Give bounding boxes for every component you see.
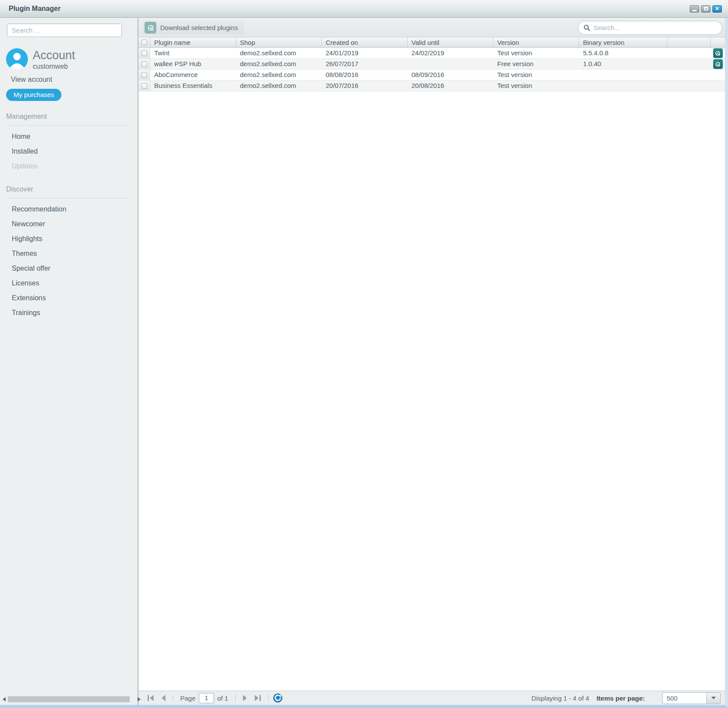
sidebar-item-recommendation[interactable]: Recommendation [0, 202, 138, 217]
sidebar-item-newcomer[interactable]: Newcomer [0, 217, 138, 232]
download-icon [145, 22, 156, 34]
sidebar-item-special-offer[interactable]: Special offer [0, 261, 138, 276]
main-panel: Download selected plugins Plugin name Sh… [138, 18, 725, 705]
cell-binary-version: 5.5.4.0.8 [579, 48, 667, 58]
select-all-checkbox[interactable] [142, 40, 147, 45]
last-page-icon [255, 695, 259, 701]
cell-valid-until: 20/08/2016 [408, 81, 493, 91]
sidebar-item-themes[interactable]: Themes [0, 246, 138, 261]
column-header-actions [711, 37, 725, 47]
cell-plugin-name: Twint [150, 48, 236, 58]
items-per-page-dropdown-button[interactable] [706, 693, 720, 704]
row-checkbox[interactable] [142, 83, 147, 89]
cell-valid-until: 24/02/2019 [408, 48, 493, 58]
cell-plugin-name: AboCommerce [150, 70, 236, 80]
table-search-box[interactable] [578, 21, 722, 35]
row-checkbox[interactable] [142, 50, 147, 56]
search-icon [583, 24, 590, 31]
app-body: Account customweb View account My purcha… [0, 18, 725, 705]
table-row[interactable]: Business Essentials demo2.sellxed.com 20… [138, 81, 725, 91]
view-account-link[interactable]: View account [11, 76, 138, 84]
row-checkbox[interactable] [142, 72, 147, 78]
row-download-button[interactable] [713, 48, 723, 58]
previous-page-button[interactable] [158, 695, 169, 701]
next-page-button[interactable] [239, 695, 251, 701]
cell-binary-version [579, 70, 667, 80]
window-controls: ✕ [690, 5, 722, 13]
items-per-page-select[interactable]: 500 [662, 692, 721, 704]
minimize-icon [692, 10, 697, 11]
avatar [6, 48, 28, 70]
items-per-page-label: Items per page: [597, 695, 645, 702]
sidebar-horizontal-scrollbar[interactable] [1, 696, 142, 703]
scrollbar-track[interactable] [8, 696, 135, 702]
cell-binary-version [579, 81, 667, 91]
maximize-button[interactable] [701, 5, 711, 13]
plugin-manager-window: Plugin Manager ✕ Account cust [0, 0, 728, 708]
titlebar: Plugin Manager ✕ [0, 0, 728, 18]
scrollbar-thumb[interactable] [8, 696, 130, 702]
refresh-button[interactable] [273, 693, 283, 703]
sidebar-item-highlights[interactable]: Highlights [0, 232, 138, 246]
row-checkbox[interactable] [142, 61, 147, 67]
sidebar-item-updates: Updates [0, 159, 138, 174]
cell-valid-until: 08/09/2016 [408, 70, 493, 80]
select-all-cell [138, 37, 150, 47]
column-header-shop[interactable]: Shop [236, 37, 322, 47]
cell-shop: demo2.sellxed.com [236, 59, 322, 69]
close-icon: ✕ [715, 6, 719, 11]
table-row[interactable]: wallee PSP Hub demo2.sellxed.com 26/07/2… [138, 59, 725, 70]
section-header-management: Management [6, 113, 131, 126]
column-header-plugin-name[interactable]: Plugin name [150, 37, 236, 47]
page-count-label: of 1 [217, 695, 228, 702]
pagination-bar: Page of 1 [138, 691, 725, 705]
maximize-icon [704, 7, 708, 10]
management-items: Home Installed Updates [0, 129, 138, 174]
sidebar-item-home[interactable]: Home [0, 129, 138, 144]
my-purchases-button[interactable]: My purchases [6, 89, 61, 101]
cell-created-on: 26/07/2017 [322, 59, 408, 69]
divider [235, 695, 236, 702]
cell-plugin-name: wallee PSP Hub [150, 59, 236, 69]
download-selected-label: Download selected plugins [160, 24, 238, 31]
table-search-input[interactable] [593, 24, 717, 31]
sidebar-search-input[interactable] [7, 23, 122, 37]
close-button[interactable]: ✕ [712, 5, 722, 13]
sidebar-item-trainings[interactable]: Trainings [0, 305, 138, 320]
sidebar-item-licenses[interactable]: Licenses [0, 276, 138, 291]
previous-page-icon [162, 695, 165, 701]
cell-version: Test version [493, 81, 579, 91]
account-text: Account customweb [33, 48, 75, 70]
cell-version: Free version [493, 59, 579, 69]
sidebar-item-extensions[interactable]: Extensions [0, 291, 138, 305]
last-page-button[interactable] [251, 695, 265, 701]
scroll-right-icon[interactable] [136, 697, 142, 702]
cell-valid-until [408, 59, 493, 69]
cell-binary-version: 1.0.40 [579, 59, 667, 69]
user-icon [6, 48, 28, 70]
download-selected-button[interactable]: Download selected plugins [142, 20, 245, 35]
account-title: Account [33, 49, 75, 62]
account-name: customweb [33, 63, 75, 70]
window-title: Plugin Manager [9, 5, 61, 13]
divider [173, 695, 173, 702]
sidebar-item-installed[interactable]: Installed [0, 144, 138, 159]
sidebar: Account customweb View account My purcha… [0, 18, 138, 705]
table-row[interactable]: Twint demo2.sellxed.com 24/01/2019 24/02… [138, 48, 725, 59]
account-section: Account customweb [6, 48, 138, 70]
page-label: Page [180, 695, 195, 702]
table-row[interactable]: AboCommerce demo2.sellxed.com 08/08/2016… [138, 70, 725, 81]
cell-version: Test version [493, 48, 579, 58]
first-page-button[interactable] [144, 695, 158, 701]
page-number-input[interactable] [199, 693, 214, 703]
cell-created-on: 20/07/2016 [322, 81, 408, 91]
table-body: Twint demo2.sellxed.com 24/01/2019 24/02… [138, 48, 725, 91]
scroll-left-icon[interactable] [1, 697, 7, 702]
row-download-button[interactable] [713, 59, 723, 69]
column-header-version[interactable]: Version [493, 37, 579, 47]
column-header-valid-until[interactable]: Valid until [408, 37, 493, 47]
next-page-icon [243, 695, 247, 701]
minimize-button[interactable] [690, 5, 699, 13]
column-header-binary-version[interactable]: Binary version [579, 37, 667, 47]
column-header-created-on[interactable]: Created on [322, 37, 408, 47]
